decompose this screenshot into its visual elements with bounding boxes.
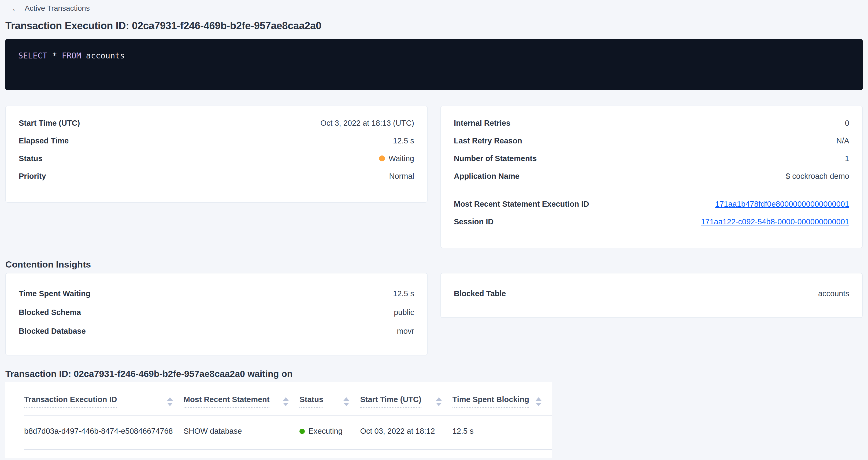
info-row-last-retry-reason: Last Retry Reason N/A [454,132,849,150]
time-spent-waiting-label: Time Spent Waiting [19,289,90,298]
sort-icon [167,397,173,406]
summary-cards-row: Start Time (UTC) Oct 3, 2022 at 18:13 (U… [5,105,863,248]
status-waiting-text: Waiting [389,154,414,163]
info-row-blocked-table: Blocked Table accounts [454,284,849,303]
number-of-statements-value: 1 [845,154,849,163]
priority-label: Priority [19,172,46,181]
waiting-on-heading: Transaction ID: 02ca7931-f246-469b-b2fe-… [5,368,863,379]
page-title: Transaction Execution ID: 02ca7931-f246-… [5,20,863,32]
info-row-internal-retries: Internal Retries 0 [454,114,849,132]
cell-most-recent-statement: SHOW database [184,415,300,450]
header-transaction-execution-id-label: Transaction Execution ID [24,395,117,408]
back-link-active-transactions[interactable]: ← Active Transactions [11,4,90,13]
info-row-session-id: Session ID 171aa122-c092-54b8-0000-00000… [454,213,849,231]
blocked-schema-label: Blocked Schema [19,308,81,317]
application-name-value: $ cockroach demo [786,172,849,181]
blocked-database-label: Blocked Database [19,327,86,336]
info-row-status: Status Waiting [19,150,414,167]
internal-retries-label: Internal Retries [454,119,510,128]
status-executing-dot-icon [300,429,305,434]
sql-star: * [47,51,62,60]
sql-statement-box: SELECT * FROM accounts [5,39,863,90]
status-executing-text: Executing [308,427,342,436]
cell-time-spent-blocking: 12.5 s [453,415,552,450]
info-row-blocked-schema: Blocked Schema public [19,303,414,322]
internal-retries-value: 0 [845,119,849,128]
info-row-elapsed-time: Elapsed Time 12.5 s [19,132,414,150]
header-status-label: Status [300,395,323,408]
back-arrow-icon: ← [11,4,20,12]
contention-cards-row: Time Spent Waiting 12.5 s Blocked Schema… [5,273,863,356]
info-row-number-of-statements: Number of Statements 1 [454,150,849,167]
header-start-time[interactable]: Start Time (UTC) [360,382,452,415]
header-time-spent-blocking[interactable]: Time Spent Blocking [453,382,552,415]
statement-execution-id-link[interactable]: 171aa1b478fdf0e80000000000000001 [715,200,849,209]
start-time-label: Start Time (UTC) [19,119,80,128]
time-spent-waiting-value: 12.5 s [393,289,414,298]
page: ← Active Transactions Transaction Execut… [0,0,868,458]
status-label: Status [19,154,42,163]
sort-icon [283,397,289,406]
header-most-recent-statement-label: Most Recent Statement [184,395,270,408]
contention-card-right: Blocked Table accounts [440,273,863,318]
cell-start-time: Oct 03, 2022 at 18:12 [360,415,452,450]
statement-execution-id-label: Most Recent Statement Execution ID [454,200,589,209]
info-row-statement-execution-id: Most Recent Statement Execution ID 171aa… [454,195,849,213]
blocked-database-value: movr [397,327,414,336]
sql-keyword-select: SELECT [18,51,47,60]
sql-table-name: accounts [81,51,125,60]
last-retry-reason-value: N/A [836,136,849,145]
sort-icon [436,397,442,406]
info-row-start-time: Start Time (UTC) Oct 3, 2022 at 18:13 (U… [19,114,414,132]
back-link-label: Active Transactions [25,4,90,12]
summary-card-right: Internal Retries 0 Last Retry Reason N/A… [440,105,863,248]
info-row-priority: Priority Normal [19,167,414,185]
waiting-transactions-table: Transaction Execution ID Most Recent Sta… [24,382,552,450]
status-waiting-dot-icon [379,155,385,161]
card-divider [454,190,849,190]
table-row: b8d7d03a-d497-446b-8474-e50846674768 SHO… [24,415,552,450]
header-time-spent-blocking-label: Time Spent Blocking [453,395,529,408]
info-row-blocked-database: Blocked Database movr [19,322,414,340]
priority-value: Normal [389,172,414,181]
header-start-time-label: Start Time (UTC) [360,395,421,408]
sort-icon [536,397,541,406]
application-name-label: Application Name [454,172,520,181]
cell-transaction-execution-id: b8d7d03a-d497-446b-8474-e50846674768 [24,415,184,450]
sql-keyword-from: FROM [62,51,81,60]
session-id-label: Session ID [454,217,494,226]
contention-insights-heading: Contention Insights [5,259,863,270]
waiting-table-card: Transaction Execution ID Most Recent Sta… [5,382,552,458]
blocked-schema-value: public [394,308,414,317]
info-row-time-spent-waiting: Time Spent Waiting 12.5 s [19,284,414,303]
header-transaction-execution-id[interactable]: Transaction Execution ID [24,382,184,415]
number-of-statements-label: Number of Statements [454,154,537,163]
header-status[interactable]: Status [300,382,360,415]
info-row-application-name: Application Name $ cockroach demo [454,167,849,185]
blocked-table-label: Blocked Table [454,289,506,298]
blocked-table-value: accounts [818,289,849,298]
status-value: Waiting [379,154,414,163]
summary-card-left: Start Time (UTC) Oct 3, 2022 at 18:13 (U… [5,105,428,203]
start-time-value: Oct 3, 2022 at 18:13 (UTC) [320,119,414,128]
last-retry-reason-label: Last Retry Reason [454,136,522,145]
table-header-row: Transaction Execution ID Most Recent Sta… [24,382,552,415]
elapsed-time-value: 12.5 s [393,136,414,145]
sort-icon [343,397,349,406]
session-id-link[interactable]: 171aa122-c092-54b8-0000-000000000001 [701,217,849,226]
contention-card-left: Time Spent Waiting 12.5 s Blocked Schema… [5,273,428,356]
elapsed-time-label: Elapsed Time [19,136,69,145]
header-most-recent-statement[interactable]: Most Recent Statement [184,382,300,415]
cell-status: Executing [300,415,360,450]
